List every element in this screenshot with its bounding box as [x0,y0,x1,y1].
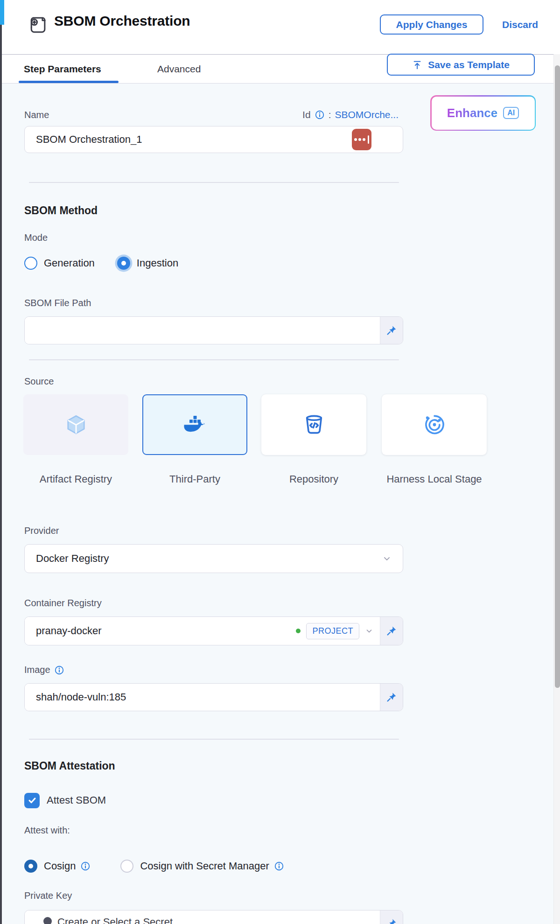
container-registry-group: pranay-docker PROJECT [24,616,403,645]
upload-icon [412,60,422,70]
container-registry-value: pranay-docker [25,625,102,637]
section-divider [29,739,399,740]
radio-cosign-secret-manager-label: Cosign with Secret Manager [140,860,269,872]
image-group: shah/node-vuln:185 [24,683,403,711]
pin-icon [386,625,397,637]
private-key-group: Create or Select a Secret [24,910,403,924]
sbom-step-icon [27,14,49,37]
info-icon[interactable] [315,110,325,120]
image-value: shah/node-vuln:185 [25,691,126,703]
card-label-repository: Repository [261,472,366,486]
source-card-artifact-registry[interactable] [23,394,128,455]
radio-ingestion-label: Ingestion [137,257,178,269]
card-label-artifact-registry: Artifact Registry [23,472,128,486]
chevron-down-icon[interactable] [365,627,373,635]
pin-icon [386,692,397,703]
enhance-ai-inner: Enhance AI [432,97,535,130]
attest-option-cosign-secret-manager[interactable]: Cosign with Secret Manager [120,860,284,873]
source-card-third-party[interactable] [142,394,247,455]
connector-status-dot [296,629,301,633]
apply-changes-button[interactable]: Apply Changes [380,14,483,35]
tab-step-parameters[interactable]: Step Parameters [24,63,101,75]
stage-icon [423,413,446,436]
attest-option-cosign[interactable]: Cosign [24,860,91,873]
secret-icon [43,917,52,924]
info-icon[interactable] [80,861,91,871]
enhance-label: Enhance [447,106,497,120]
info-icon[interactable] [274,861,284,871]
repository-icon [303,414,325,435]
name-label-row: Name Id : SBOMOrche... [24,108,403,121]
runtime-input-type-button[interactable] [352,129,371,150]
connector-scope-cluster: PROJECT [296,623,380,639]
mode-option-ingestion[interactable]: Ingestion [117,257,178,270]
radio-generation[interactable] [24,257,37,270]
page-title: SBOM Orchestration [54,13,190,29]
radio-cosign[interactable] [24,860,37,873]
runtime-bar [368,135,370,144]
private-key-label: Private Key [24,890,72,901]
fixed-input-type-button[interactable] [380,910,403,924]
fixed-input-type-button[interactable] [380,317,403,344]
id-value-link[interactable]: SBOMOrche... [335,109,399,120]
container-registry-input[interactable]: pranay-docker PROJECT [25,617,380,645]
attest-sbom-label: Attest SBOM [47,794,106,806]
attest-sbom-checkbox[interactable] [24,793,40,808]
step-id-row: Id : SBOMOrche... [302,109,403,120]
sbom-file-path-group [24,316,403,344]
container-registry-label: Container Registry [24,598,102,609]
attest-with-label: Attest with: [24,825,70,836]
mode-label: Mode [24,232,48,243]
image-input[interactable]: shah/node-vuln:185 [25,684,380,711]
radio-cosign-label: Cosign [44,860,76,872]
save-as-template-label: Save as Template [428,59,510,70]
card-label-third-party: Third-Party [142,472,247,486]
image-label: Image [24,665,50,675]
info-icon[interactable] [54,665,64,675]
card-label-harness-local-stage: Harness Local Stage [382,472,487,486]
tab-advanced[interactable]: Advanced [157,63,201,75]
attest-with-radio-group: Cosign Cosign with Secret Manager [24,858,284,875]
tab-bar: Step Parameters Advanced Save as Templat… [2,54,553,84]
private-key-input[interactable]: Create or Select a Secret [25,910,380,924]
attest-sbom-row: Attest SBOM [24,792,106,808]
mode-option-generation[interactable]: Generation [24,257,95,270]
fixed-input-type-button[interactable] [380,684,403,711]
radio-ingestion[interactable] [117,257,130,270]
mode-radio-group: Generation Ingestion [24,255,178,272]
discard-button[interactable]: Discard [502,19,538,30]
sbom-method-heading: SBOM Method [24,204,98,217]
fixed-input-type-button[interactable] [380,617,403,645]
sbom-file-path-label: SBOM File Path [24,298,91,308]
provider-select[interactable]: Docker Registry [24,544,403,573]
save-as-template-button[interactable]: Save as Template [387,54,535,76]
source-card-repository[interactable] [261,394,366,455]
name-input[interactable]: SBOM Orchestration_1 [24,126,403,153]
image-label-row: Image [24,665,64,675]
runtime-dot [354,138,357,141]
check-icon [27,795,37,805]
pin-icon [386,325,397,336]
pin-icon [386,918,397,924]
source-card-harness-local-stage[interactable] [382,394,487,455]
cube-icon [65,414,87,435]
scrollbar-thumb[interactable] [555,65,560,688]
sbom-orchestration-drawer: SBOM Orchestration Apply Changes Discard… [0,0,560,924]
selected-node-edge [0,0,4,25]
runtime-dot [358,138,361,141]
docker-icon [183,415,207,434]
section-divider [29,182,399,183]
section-divider [29,359,399,360]
scope-tag[interactable]: PROJECT [306,623,359,639]
radio-generation-label: Generation [44,257,95,269]
provider-value: Docker Registry [25,553,109,565]
enhance-ai-button[interactable]: Enhance AI [430,95,536,131]
radio-cosign-secret-manager[interactable] [120,860,133,873]
ai-badge: AI [503,107,519,119]
scrollbar-track[interactable] [553,54,560,924]
drawer-header: SBOM Orchestration Apply Changes Discard [2,0,560,54]
active-tab-underline [19,81,119,83]
sbom-attestation-heading: SBOM Attestation [24,760,115,772]
sbom-file-path-input[interactable] [25,317,380,344]
source-label: Source [24,376,54,387]
